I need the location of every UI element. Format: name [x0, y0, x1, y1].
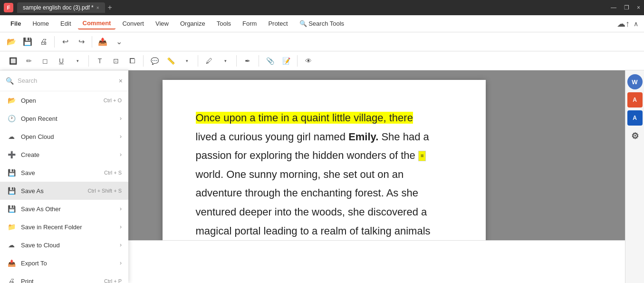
dropdown-close-button[interactable]: ×: [119, 77, 123, 85]
stamp-dropdown[interactable]: ▾: [218, 54, 232, 68]
word-integration-icon[interactable]: W: [627, 74, 643, 89]
right-settings-icon[interactable]: ⚙: [627, 128, 643, 144]
menu-item-open-recent[interactable]: 🕐 Open Recent ›: [0, 109, 128, 127]
underline-tool[interactable]: U: [54, 54, 68, 68]
comment-tool[interactable]: 💬: [147, 54, 162, 68]
menu-form[interactable]: Form: [238, 18, 261, 29]
cloud-upload-button[interactable]: ☁↑: [617, 19, 630, 29]
menu-edit[interactable]: Edit: [56, 18, 76, 29]
note-tool[interactable]: 📝: [279, 54, 293, 68]
save-label: Save: [21, 169, 99, 176]
save-to-cloud-icon: ☁: [7, 240, 16, 250]
tab-close-button[interactable]: ×: [96, 5, 99, 10]
menu-search-tools[interactable]: 🔍 Search Tools: [295, 18, 349, 29]
more-button[interactable]: ⌄: [111, 34, 126, 49]
save-shortcut: Ctrl + S: [104, 170, 122, 176]
pdf-text-normal-7: magical portal leading to a realm of tal…: [196, 225, 431, 237]
pdf-paragraph-2: lived a curious young girl named Emily. …: [196, 127, 452, 146]
menu-convert[interactable]: Convert: [117, 18, 149, 29]
menu-item-save-recent-folder[interactable]: 📁 Save in Recent Folder ›: [0, 218, 128, 236]
maximize-button[interactable]: ❐: [624, 4, 629, 11]
measure-dropdown[interactable]: ▾: [180, 54, 194, 68]
open-button[interactable]: 📂: [4, 34, 19, 49]
open-cloud-label: Open Cloud: [21, 133, 115, 140]
print-shortcut: Ctrl + P: [104, 278, 122, 283]
textbox-tool[interactable]: ⊡: [109, 54, 123, 68]
callout-tool[interactable]: ⧠: [125, 54, 139, 68]
close-window-button[interactable]: ×: [637, 4, 640, 11]
menu-item-open-cloud[interactable]: ☁ Open Cloud ›: [0, 127, 128, 146]
save-as-shortcut: Ctrl + Shift + S: [87, 188, 122, 194]
select-tool[interactable]: 🔲: [6, 54, 20, 68]
dropdown-header: 🔍 Search ×: [0, 70, 128, 91]
eraser-tool[interactable]: ◻: [38, 54, 52, 68]
print-icon: 🖨: [7, 276, 16, 283]
menu-file[interactable]: File: [6, 18, 26, 29]
active-tab[interactable]: sample english doc (3).pdf * ×: [17, 2, 105, 13]
menu-item-save[interactable]: 💾 Save Ctrl + S: [0, 164, 128, 182]
export-to-icon: 📤: [7, 258, 16, 268]
save-recent-folder-arrow: ›: [120, 224, 122, 230]
highlight-tool[interactable]: ✏: [22, 54, 36, 68]
menu-item-save-to-cloud[interactable]: ☁ Save to Cloud ›: [0, 236, 128, 254]
annotation-toolbar: 🔲 ✏ ◻ U ▾ T ⊡ ⧠ 💬 📏 ▾ 🖊 ▾ ✒ 📎 📝 👁: [0, 51, 644, 70]
undo-button[interactable]: ↩: [58, 34, 73, 49]
menu-view[interactable]: View: [151, 18, 173, 29]
pdf-paragraph-1: Once upon a time in a quaint little vill…: [196, 108, 452, 127]
menu-protect[interactable]: Protect: [263, 18, 292, 29]
toolbar-separator-1: [54, 36, 55, 48]
menu-organize[interactable]: Organize: [175, 18, 210, 29]
open-icon: 📂: [7, 96, 16, 105]
menu-item-open[interactable]: 📂 Open Ctrl + O: [0, 91, 128, 109]
save-to-cloud-label: Save to Cloud: [21, 242, 115, 249]
menu-home[interactable]: Home: [28, 18, 54, 29]
ms-icon[interactable]: A: [627, 110, 643, 126]
pdf-text-normal-5: adventure through the enchanting forest.…: [196, 187, 418, 199]
menu-item-save-as[interactable]: 💾 Save As Ctrl + Shift + S: [0, 182, 128, 200]
print-label: Print: [21, 278, 99, 283]
ribbon-collapse-button[interactable]: ∧: [634, 20, 638, 28]
main-area: ☰ ↖ 🔍 🔍 Search × 📂 Open Ctrl + O 🕐 Open …: [0, 70, 644, 283]
pdf-text-normal-1: lived a curious young girl named: [196, 131, 349, 143]
window-controls: — ❐ ×: [611, 4, 640, 11]
pdf-text-normal-4: world. One sunny morning, she set out on…: [196, 168, 404, 180]
annot-separator-3: [198, 55, 198, 67]
menu-tools[interactable]: Tools: [212, 18, 236, 29]
save-to-cloud-arrow: ›: [120, 242, 122, 248]
minimize-button[interactable]: —: [611, 4, 616, 11]
save-as-other-arrow: ›: [120, 205, 122, 212]
menu-item-print[interactable]: 🖨 Print Ctrl + P: [0, 272, 128, 283]
attachment-tool[interactable]: 📎: [263, 54, 277, 68]
pdf-note-marker: ≡: [418, 151, 426, 161]
pdf-text-normal-6: ventured deeper into the woods, she disc…: [196, 206, 427, 218]
create-arrow: ›: [120, 151, 122, 158]
menu-item-save-as-other[interactable]: 💾 Save As Other ›: [0, 200, 128, 218]
save-button[interactable]: 💾: [20, 34, 35, 49]
pdf-text-normal-3: passion for exploring the hidden wonders…: [196, 149, 418, 161]
app-icon: F: [4, 3, 13, 12]
annot-separator-6: [297, 55, 298, 67]
open-shortcut: Ctrl + O: [104, 98, 122, 103]
open-recent-label: Open Recent: [21, 115, 115, 122]
preview-tool[interactable]: 👁: [301, 54, 316, 68]
measure-tool[interactable]: 📏: [163, 54, 178, 68]
menu-comment[interactable]: Comment: [78, 18, 116, 29]
dropdown-search-placeholder: Search: [18, 77, 37, 84]
dropdown-indicator[interactable]: ▾: [70, 54, 85, 68]
export-to-label: Export To: [21, 260, 115, 267]
save-as-icon: 💾: [7, 186, 16, 195]
pdf-text-highlight-1: Once upon a time in a quaint little vill…: [196, 112, 413, 124]
menu-item-create[interactable]: ➕ Create ›: [0, 146, 128, 164]
share-button[interactable]: 📤: [95, 34, 110, 49]
create-icon: ➕: [7, 150, 16, 159]
redo-button[interactable]: ↪: [74, 34, 89, 49]
stamp-tool[interactable]: 🖊: [202, 54, 216, 68]
ai-assistant-icon[interactable]: A: [627, 92, 643, 107]
open-recent-icon: 🕐: [7, 114, 16, 123]
text-tool[interactable]: T: [93, 54, 107, 68]
new-tab-button[interactable]: +: [108, 3, 112, 12]
sidebar-right: W A A ⚙: [625, 70, 644, 283]
print-button[interactable]: 🖨: [36, 34, 51, 49]
signature-tool[interactable]: ✒: [240, 54, 255, 68]
menu-item-export-to[interactable]: 📤 Export To ›: [0, 254, 128, 272]
